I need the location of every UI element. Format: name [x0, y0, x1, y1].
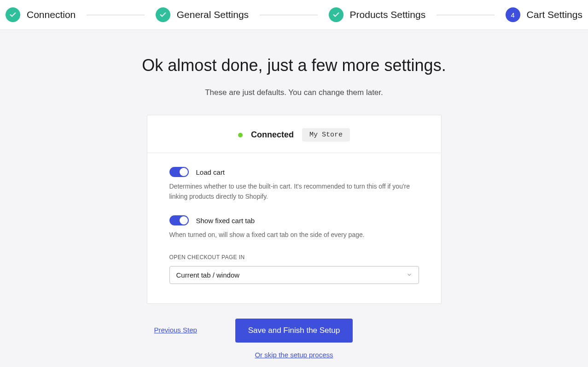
step-number-icon: 4: [506, 7, 520, 22]
setting-label: Show fixed cart tab: [196, 217, 255, 225]
chevron-down-icon: [407, 271, 412, 279]
step-cart-settings[interactable]: 4 Cart Settings: [506, 7, 582, 22]
toggle-load-cart[interactable]: [169, 167, 189, 177]
connection-status-header: Connected My Store: [147, 115, 441, 153]
status-dot-icon: [238, 133, 243, 137]
settings-card-body: Load cart Determines whether to use the …: [147, 153, 441, 303]
footer-actions: Previous Step Save and Finish the Setup …: [147, 319, 442, 359]
skip-setup-link[interactable]: Or skip the setup process: [255, 351, 333, 359]
check-icon: [329, 7, 343, 22]
check-icon: [156, 7, 170, 22]
setting-description: Determines whether to use the built-in c…: [169, 182, 419, 201]
step-general-settings[interactable]: General Settings: [156, 7, 249, 22]
setting-description: When turned on, will show a fixed cart t…: [169, 230, 419, 240]
settings-card: Connected My Store Load cart Determines …: [147, 115, 442, 304]
step-label: Connection: [27, 9, 76, 20]
toggle-fixed-cart-tab[interactable]: [169, 215, 189, 225]
setting-fixed-cart-tab: Show fixed cart tab When turned on, will…: [169, 215, 419, 240]
setting-label: Load cart: [196, 168, 225, 176]
stepper-divider: [87, 15, 144, 15]
select-value: Current tab / window: [176, 271, 240, 279]
step-connection[interactable]: Connection: [6, 7, 76, 22]
stepper-divider: [437, 15, 494, 15]
check-icon: [6, 7, 20, 22]
step-label: Products Settings: [350, 9, 426, 20]
page-title: Ok almost done, just a few more settings…: [142, 56, 446, 75]
status-label: Connected: [251, 130, 294, 140]
main-content: Ok almost done, just a few more settings…: [0, 30, 588, 367]
setting-checkout-target: OPEN CHECKOUT PAGE IN Current tab / wind…: [169, 254, 419, 284]
step-label: Cart Settings: [527, 9, 582, 20]
step-label: General Settings: [177, 9, 249, 20]
save-finish-button[interactable]: Save and Finish the Setup: [235, 319, 353, 343]
store-name-chip: My Store: [302, 128, 350, 142]
step-products-settings[interactable]: Products Settings: [329, 7, 426, 22]
page-subtitle: These are just defaults. You can change …: [205, 88, 383, 97]
previous-step-link[interactable]: Previous Step: [154, 326, 197, 334]
field-label: OPEN CHECKOUT PAGE IN: [169, 254, 419, 260]
setting-load-cart: Load cart Determines whether to use the …: [169, 167, 419, 201]
setup-stepper: Connection General Settings Products Set…: [0, 0, 588, 30]
stepper-divider: [260, 15, 317, 15]
select-checkout-target[interactable]: Current tab / window: [169, 266, 419, 284]
